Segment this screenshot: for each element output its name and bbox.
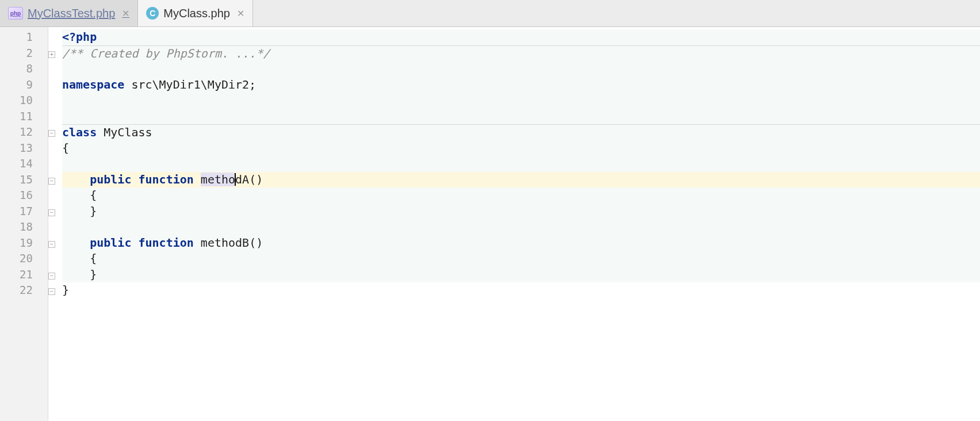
php-file-icon: php bbox=[8, 7, 23, 20]
code-line[interactable]: } bbox=[62, 267, 980, 283]
fold-slot bbox=[48, 140, 62, 156]
brace-close: } bbox=[90, 267, 97, 281]
fold-slot bbox=[48, 45, 62, 62]
line-number: 8 bbox=[0, 61, 48, 77]
fold-slot bbox=[48, 219, 62, 235]
tab-label: MyClass.php bbox=[163, 7, 230, 20]
doc-comment: /** Created by PhpStorm. ...*/ bbox=[62, 47, 270, 60]
fold-gutter bbox=[48, 27, 62, 421]
fold-slot bbox=[48, 187, 62, 204]
code-line[interactable]: public function methodB() bbox=[62, 235, 980, 251]
fold-collapse-icon[interactable] bbox=[48, 241, 55, 248]
code-line-current[interactable]: public function methodA() bbox=[62, 172, 980, 188]
line-number: 2 bbox=[0, 45, 48, 62]
code-line[interactable]: } bbox=[62, 204, 980, 220]
fold-collapse-icon[interactable] bbox=[48, 178, 55, 185]
code-line[interactable]: /** Created by PhpStorm. ...*/ bbox=[62, 45, 980, 62]
indent bbox=[62, 173, 90, 186]
code-line[interactable]: { bbox=[62, 251, 980, 267]
line-number: 1 bbox=[0, 29, 48, 45]
code-line[interactable] bbox=[62, 93, 980, 109]
editor-tab-bar: php MyClassTest.php ✕ C MyClass.php ✕ bbox=[0, 0, 980, 27]
fold-slot bbox=[48, 282, 62, 298]
code-line[interactable]: { bbox=[62, 140, 980, 156]
fold-slot bbox=[48, 77, 62, 93]
space bbox=[131, 173, 138, 186]
method-name-part: metho bbox=[201, 173, 235, 186]
line-number: 11 bbox=[0, 109, 48, 125]
fold-slot bbox=[48, 251, 62, 267]
brace-close: } bbox=[90, 204, 97, 218]
keyword-namespace: namespace bbox=[62, 78, 124, 91]
fold-collapse-icon[interactable] bbox=[48, 209, 55, 216]
keyword-function: function bbox=[138, 173, 193, 186]
keyword-public: public bbox=[90, 236, 131, 250]
fold-slot bbox=[48, 61, 62, 77]
code-line[interactable]: namespace src\MyDir1\MyDir2; bbox=[62, 77, 980, 93]
code-content[interactable]: <?php /** Created by PhpStorm. ...*/ nam… bbox=[62, 27, 980, 421]
brace-close: } bbox=[62, 283, 69, 297]
fold-collapse-icon[interactable] bbox=[48, 288, 55, 295]
fold-slot bbox=[48, 235, 62, 251]
fold-slot bbox=[48, 124, 62, 140]
fold-collapse-icon[interactable] bbox=[48, 130, 55, 137]
code-line[interactable] bbox=[62, 61, 980, 77]
line-number: 19 bbox=[0, 235, 48, 251]
code-line[interactable]: <?php bbox=[62, 29, 980, 45]
php-open-tag: <?php bbox=[62, 30, 97, 44]
code-line[interactable] bbox=[62, 219, 980, 235]
indent bbox=[62, 236, 90, 250]
indent bbox=[62, 188, 90, 202]
line-number: 18 bbox=[0, 219, 48, 235]
indent bbox=[62, 204, 90, 218]
space bbox=[194, 236, 201, 250]
space bbox=[194, 173, 201, 186]
fold-collapse-icon[interactable] bbox=[48, 273, 55, 280]
fold-slot bbox=[48, 29, 62, 45]
close-icon[interactable]: ✕ bbox=[237, 8, 244, 19]
line-number-gutter: 1 2 8 9 10 11 12 13 14 15 16 17 18 19 20… bbox=[0, 27, 48, 421]
line-number: 10 bbox=[0, 93, 48, 109]
brace-open: { bbox=[90, 188, 97, 202]
line-number: 15 bbox=[0, 172, 48, 188]
parens: () bbox=[249, 236, 263, 250]
namespace-name: src\MyDir1\MyDir2; bbox=[124, 78, 256, 91]
fold-slot bbox=[48, 172, 62, 188]
line-number: 16 bbox=[0, 187, 48, 204]
keyword-class: class bbox=[62, 125, 97, 139]
line-number: 20 bbox=[0, 251, 48, 267]
keyword-function: function bbox=[138, 236, 193, 250]
method-name: methodB bbox=[201, 236, 249, 250]
class-name: MyClass bbox=[97, 125, 152, 139]
brace-open: { bbox=[90, 251, 97, 265]
fold-expand-icon[interactable] bbox=[48, 51, 55, 58]
line-number: 12 bbox=[0, 124, 48, 140]
fold-slot bbox=[48, 204, 62, 220]
fold-slot bbox=[48, 93, 62, 109]
code-line[interactable]: { bbox=[62, 187, 980, 204]
tab-label: MyClassTest.php bbox=[28, 7, 115, 20]
tab-myclass[interactable]: C MyClass.php ✕ bbox=[138, 0, 253, 26]
indent bbox=[62, 251, 90, 265]
method-name-part: dA bbox=[235, 173, 249, 186]
line-number: 22 bbox=[0, 282, 48, 298]
fold-slot bbox=[48, 109, 62, 125]
close-icon[interactable]: ✕ bbox=[122, 8, 129, 19]
brace-open: { bbox=[62, 141, 69, 155]
fold-slot bbox=[48, 156, 62, 172]
tab-myclasstest[interactable]: php MyClassTest.php ✕ bbox=[0, 0, 138, 26]
code-line[interactable] bbox=[62, 156, 980, 172]
code-line[interactable]: } bbox=[62, 282, 980, 298]
space bbox=[131, 236, 138, 250]
line-number: 14 bbox=[0, 156, 48, 172]
line-number: 9 bbox=[0, 77, 48, 93]
code-line[interactable]: class MyClass bbox=[62, 124, 980, 140]
line-number: 21 bbox=[0, 267, 48, 283]
code-line[interactable] bbox=[62, 109, 980, 125]
line-number: 13 bbox=[0, 140, 48, 156]
class-file-icon: C bbox=[146, 7, 159, 20]
code-editor[interactable]: 1 2 8 9 10 11 12 13 14 15 16 17 18 19 20… bbox=[0, 27, 980, 421]
keyword-public: public bbox=[90, 173, 131, 186]
fold-slot bbox=[48, 267, 62, 283]
indent bbox=[62, 267, 90, 281]
